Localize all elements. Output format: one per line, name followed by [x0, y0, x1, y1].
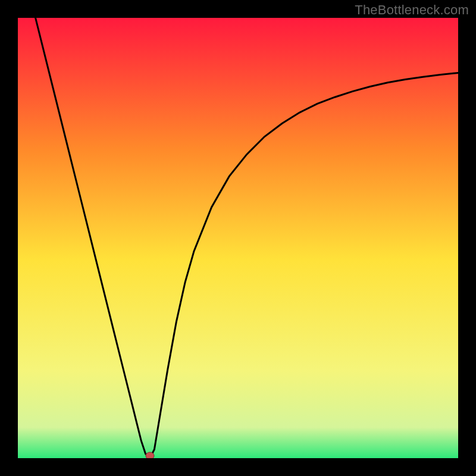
- plot-area: [18, 18, 458, 458]
- chart-svg: [18, 18, 458, 458]
- chart-frame: TheBottleneck.com: [0, 0, 476, 476]
- gradient-background: [18, 18, 458, 458]
- optimal-point-marker: [146, 452, 154, 458]
- watermark-text: TheBottleneck.com: [355, 2, 469, 18]
